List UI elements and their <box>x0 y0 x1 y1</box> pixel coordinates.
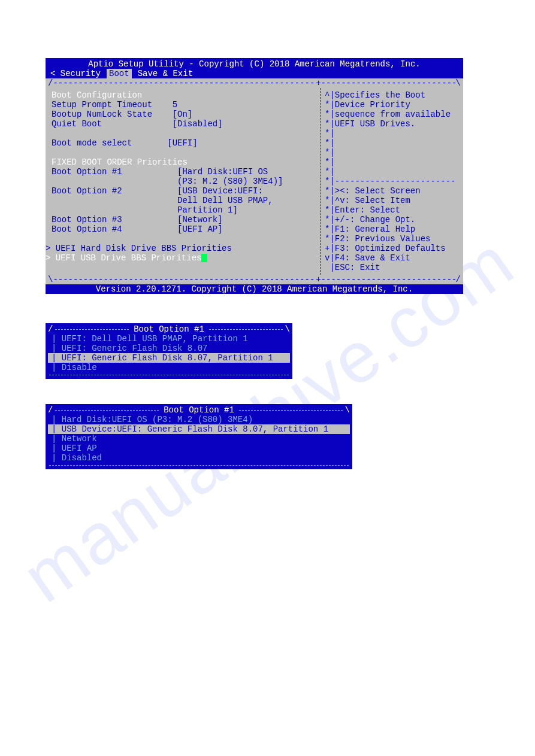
bios-tabs: < Security Boot Save & Exit <box>46 69 463 78</box>
key-hint: F4: Save & Exit <box>335 253 410 263</box>
popup-option[interactable]: | USB Device:UEFI: Generic Flash Disk 8.… <box>48 424 350 434</box>
popup-bottom-border <box>49 375 289 375</box>
key-hint: F1: General Help <box>335 224 415 234</box>
help-line: sequence from available <box>335 110 451 119</box>
bios-title: Aptio Setup Utility - Copyright (C) 2018… <box>46 58 463 69</box>
key-hint: F2: Previous Values <box>335 234 431 244</box>
popup-boot-option-main: / Boot Option #1 \ | Hard Disk:UEFI OS (… <box>46 404 352 469</box>
bios-footer: Version 2.20.1271. Copyright (C) 2018 Am… <box>46 284 463 294</box>
popup-title: Boot Option #1 <box>131 324 207 334</box>
key-hint: ^v: Select Item <box>335 196 410 205</box>
help-line: UEFI USB Drives. <box>335 119 415 129</box>
divider-top: /---------------------------------------… <box>46 78 463 88</box>
popup-bottom-border <box>49 465 349 466</box>
bios-help-pane: ^|Specifies the Boot *|Device Priority *… <box>321 88 463 275</box>
help-line: Device Priority <box>335 100 410 110</box>
cursor-icon <box>201 254 207 262</box>
key-hint: +/-: Change Opt. <box>335 215 415 224</box>
uefi-hdd-bbs[interactable]: > UEFI Hard Disk Drive BBS Priorities <box>46 244 317 253</box>
key-hint: ><: Select Screen <box>335 186 421 196</box>
divider-bottom: \---------------------------------------… <box>46 275 463 284</box>
boot-option-3[interactable]: Boot Option #3 [Network] <box>52 215 317 224</box>
popup-option[interactable]: | Network <box>48 434 350 444</box>
boot-option-2[interactable]: Boot Option #2 [USB Device:UEFI: <box>52 186 317 196</box>
uefi-usb-bbs-selected[interactable]: > UEFI USB Drive BBS Priorities <box>46 253 317 263</box>
key-hint: F3: Optimized Defaults <box>335 244 446 253</box>
tab-save-exit[interactable]: Save & Exit <box>137 69 194 78</box>
popup-option[interactable]: | Disabled <box>48 453 350 463</box>
key-hint: Enter: Select <box>335 205 400 215</box>
fixed-boot-header: FIXED BOOT ORDER Priorities <box>52 157 317 167</box>
bios-left-pane: Boot Configuration Setup Prompt Timeout … <box>46 88 321 275</box>
quiet-boot[interactable]: Quiet Boot [Disabled] <box>52 119 317 129</box>
popup-title-row: / Boot Option #1 \ <box>48 324 290 334</box>
tab-boot[interactable]: Boot <box>107 69 132 78</box>
boot-option-4[interactable]: Boot Option #4 [UEFI AP] <box>52 224 317 234</box>
popup-option[interactable]: | UEFI: Dell Dell USB PMAP, Partition 1 <box>48 334 290 344</box>
popup-option[interactable]: | UEFI: Generic Flash Disk 8.07 <box>48 344 290 353</box>
bios-window: Aptio Setup Utility - Copyright (C) 2018… <box>46 58 463 294</box>
popup-option[interactable]: | Disable <box>48 363 290 372</box>
boot-option-1[interactable]: Boot Option #1 [Hard Disk:UEFI OS <box>52 167 317 177</box>
numlock-state[interactable]: Bootup NumLock State [On] <box>52 110 317 119</box>
help-line: Specifies the Boot <box>335 90 425 100</box>
boot-mode-select[interactable]: Boot mode select [UEFI] <box>52 138 317 148</box>
popup-option[interactable]: | UEFI AP <box>48 444 350 453</box>
setup-prompt-timeout[interactable]: Setup Prompt Timeout 5 <box>52 100 317 110</box>
popup-boot-option-usb: / Boot Option #1 \ | UEFI: Dell Dell USB… <box>46 323 292 379</box>
key-hint: ESC: Exit <box>335 263 380 272</box>
bios-panel: Boot Configuration Setup Prompt Timeout … <box>46 88 463 275</box>
popup-option[interactable]: | UEFI: Generic Flash Disk 8.07, Partiti… <box>48 353 290 363</box>
popup-title-row: / Boot Option #1 \ <box>48 405 350 415</box>
tab-security[interactable]: < Security <box>49 69 102 78</box>
popup-option[interactable]: | Hard Disk:UEFI OS (P3: M.2 (S80) 3ME4) <box>48 415 350 424</box>
boot-config-header: Boot Configuration <box>52 90 317 100</box>
popup-title: Boot Option #1 <box>161 405 237 415</box>
